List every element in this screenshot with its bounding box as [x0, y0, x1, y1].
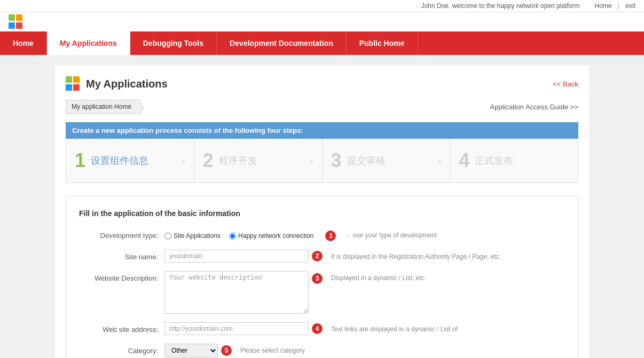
breadcrumb-label: My application Home [72, 103, 131, 110]
radio-site-applications-input[interactable] [164, 233, 171, 240]
step-3-label: 提交审核 [347, 154, 386, 167]
welcome-text: John Doe, welcome to the happy network o… [421, 2, 580, 10]
step-2: 2 程序开发 › [194, 139, 323, 182]
nav-development-documentation[interactable]: Development Documentation [217, 31, 347, 55]
dev-type-label: Development type: [79, 228, 164, 240]
nav-home[interactable]: Home [0, 31, 47, 55]
dev-type-row: Development type: Site Applications Happ… [79, 228, 565, 241]
main-content: My Applications << Back My application H… [55, 66, 589, 358]
category-row: Category: Other Social Games Tools Enter… [79, 344, 565, 357]
dev-type-badge: 1 [325, 230, 336, 241]
step-3-num: 3 [331, 149, 342, 172]
dev-type-control: Site Applications Happy network connecti… [164, 228, 565, 241]
step-3-arrow: › [438, 155, 441, 166]
form-section: Fill in the application of the basic inf… [66, 196, 578, 358]
nav-my-applications[interactable]: My Applications [47, 31, 130, 55]
website-desc-label: Website Description: [79, 271, 164, 282]
step-3: 3 提交审核 › [323, 139, 451, 182]
home-link[interactable]: Home [594, 2, 611, 10]
form-title: Fill in the application of the basic inf… [79, 209, 565, 218]
logo-bar [0, 12, 644, 31]
dev-type-hint: ← ose your type of development [336, 228, 437, 239]
step-2-num: 2 [203, 149, 214, 172]
category-select[interactable]: Other Social Games Tools Entertainment [164, 344, 218, 357]
steps-container: 1 设置组件信息 › 2 程序开发 › 3 提交审核 › 4 正式发布 [66, 139, 578, 183]
dev-type-radio-group: Site Applications Happy network connecti… [164, 228, 336, 241]
website-desc-control: Your website description 3 Displayed in … [164, 271, 565, 314]
category-hint: Please select category [232, 344, 305, 354]
website-desc-badge: 3 [312, 273, 323, 284]
step-2-arrow: › [310, 155, 313, 166]
radio-happy-network-label: Happy network connection [238, 232, 313, 240]
step-4-label: 正式发布 [475, 154, 513, 167]
page-header: My Applications << Back [66, 76, 578, 91]
step-4-num: 4 [459, 149, 469, 172]
category-badge: 5 [221, 345, 232, 356]
nav-public-home[interactable]: Public Home [347, 31, 418, 55]
site-name-control: 2 It is displayed in the Registration Au… [164, 250, 565, 262]
back-link[interactable]: << Back [553, 80, 578, 88]
radio-site-applications[interactable]: Site Applications [164, 232, 221, 240]
nav-debugging-tools[interactable]: Debugging Tools [130, 31, 217, 55]
website-desc-textarea[interactable]: Your website description [164, 271, 309, 314]
step-2-label: 程序开发 [219, 154, 257, 167]
step-1: 1 设置组件信息 › [66, 139, 194, 182]
top-bar-links: Home | exit [590, 2, 635, 10]
logo-icon [9, 14, 23, 29]
site-name-label: Site name: [79, 250, 164, 261]
exit-link[interactable]: exit [625, 2, 635, 10]
step-1-num: 1 [75, 149, 85, 172]
radio-site-applications-label: Site Applications [174, 232, 221, 240]
page-title: My Applications [86, 78, 168, 90]
site-name-hint: It is displayed in the Registration Auth… [323, 250, 501, 260]
site-name-badge: 2 [312, 251, 323, 261]
website-desc-row: Website Description: Your website descri… [79, 271, 565, 314]
breadcrumb-row: My application Home Application Access G… [66, 100, 578, 114]
web-address-badge: 4 [312, 323, 323, 334]
category-label: Category: [79, 344, 164, 355]
step-1-arrow: › [182, 155, 185, 166]
web-address-input[interactable] [164, 322, 309, 335]
main-nav: Home My Applications Debugging Tools Dev… [0, 31, 644, 55]
radio-happy-network-input[interactable] [229, 233, 236, 240]
access-guide-link[interactable]: Application Access Guide >> [490, 103, 579, 111]
breadcrumb-tab[interactable]: My application Home [66, 100, 139, 114]
web-address-row: Web site address: 4 Text links are displ… [79, 322, 565, 335]
top-bar: John Doe, welcome to the happy network o… [0, 0, 644, 12]
step-1-label: 设置组件信息 [91, 154, 148, 167]
web-address-label: Web site address: [79, 322, 164, 333]
page-title-row: My Applications [66, 76, 168, 91]
website-desc-hint: Displayed in a dynamic / List, etc. [323, 271, 426, 282]
web-address-control: 4 Text links are displayed in a dynamic … [164, 322, 565, 335]
page-logo-icon [66, 76, 81, 91]
radio-happy-network[interactable]: Happy network connection [229, 232, 313, 240]
site-name-row: Site name: 2 It is displayed in the Regi… [79, 250, 565, 262]
site-name-input[interactable] [164, 250, 309, 262]
steps-banner: Create a new application process consist… [66, 122, 578, 139]
category-control: Other Social Games Tools Entertainment 5… [164, 344, 565, 357]
step-4: 4 正式发布 [450, 139, 578, 182]
web-address-hint: Text links are displayed in a dynamic / … [323, 322, 458, 333]
